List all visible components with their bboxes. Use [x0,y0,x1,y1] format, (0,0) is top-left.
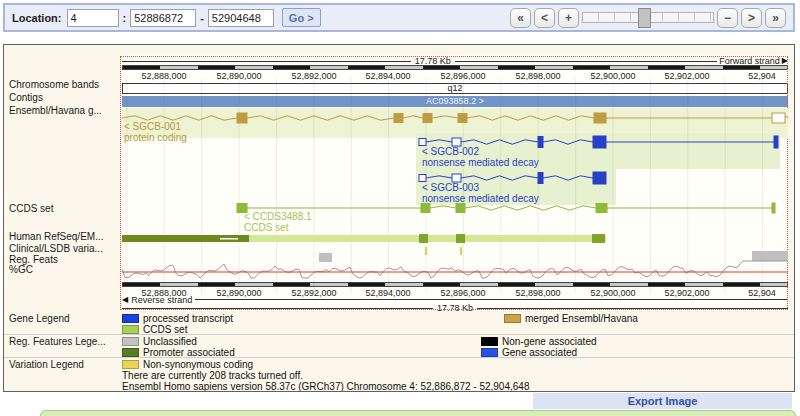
legend-label-non-synonymous-coding: Non-synonymous coding [143,359,253,370]
legend-label-processed-transcript: processed transcript [143,313,233,324]
scale-line [122,308,433,309]
colon-separator: : [123,12,127,24]
legend-swatch-non-gene-associated [481,337,498,346]
track-label-chromosome-bands: Chromosome bands [9,79,121,90]
top-ruler-tick-label: 52,902,000 [664,71,709,81]
chromosome-band-bar[interactable]: q12 [122,83,788,94]
gene-label-SGCB-001: < SGCB-001 [124,121,181,132]
scale-length-label-bottom: 17.78 Kb [433,303,477,313]
bottom-ruler-tick-label: 52,890,000 [216,288,261,298]
version-line: Ensembl Homo sapiens version 58.37c (GRC… [122,381,529,392]
legend-swatch-non-synonymous-coding [122,360,139,369]
legend-group-label: Variation Legend [9,359,121,370]
dash-separator: - [200,12,204,24]
gene-label-SGCB-003: < SGCB-003 [422,182,479,193]
legend-swatch-promoter-associated [122,348,139,357]
location-toolbar: Location: : - Go > « < + − > » [3,3,795,32]
track-label-contigs: Contigs [9,92,121,103]
track-label-ccds-set: CCDS set [9,203,121,214]
scroll-far-right-button[interactable]: » [765,8,786,28]
legend-label-non-gene-associated: Non-gene associated [502,336,597,347]
zoom-slider[interactable] [582,12,714,23]
top-ruler-tick-label: 52,896,000 [440,71,485,81]
legend-separator [4,357,794,358]
track-label-human-refseq-em-: Human RefSeq/EM... [9,231,121,242]
gene-label-SGCB-002: < SGCB-002 [422,146,479,157]
scale-line [477,308,788,309]
forward-strand-arrow-icon: ▶ [782,57,788,65]
scale-line [455,61,718,62]
track-label-ensembl-havana-g-: Ensembl/Havana g... [9,105,121,116]
contig-bar[interactable]: AC093858.2 > [122,96,788,107]
zoom-slider-handle[interactable] [638,8,651,28]
location-label: Location: [12,12,62,24]
top-ruler-tick-label: 52,898,000 [515,71,560,81]
legend-label-unclassified: Unclassified [143,336,197,347]
ensembl-region-view: Location: : - Go > « < + − > » 17.78 Kb … [0,0,800,416]
top-ruler-tick-label: 52,894,000 [365,71,410,81]
legend-group-label: Gene Legend [9,313,121,324]
track-label-clinical-lsdb-varia-: Clinical/LSDB varia... [9,243,121,254]
tracks-off-note: There are currently 208 tracks turned of… [122,370,303,381]
zoom-out-button[interactable]: − [717,8,738,28]
bottom-ruler-tick-label: 52,894,000 [365,288,410,298]
go-button[interactable]: Go > [282,8,321,27]
region-detail-panel: 17.78 Kb Forward strand ▶ q12 AC093858.2… [3,44,795,392]
gene-sublabel-SGCB-002: nonsense mediated decay [422,157,539,168]
scroll-right-button[interactable]: > [741,8,762,28]
gene-sublabel-CCDS3488.1: CCDS set [244,222,288,233]
scroll-far-left-button[interactable]: « [510,8,531,28]
navigation-controls: « < + − > » [510,8,786,28]
bottom-ruler-tick-label: 52,904 [748,288,776,298]
bottom-ruler-tick-label: 52,892,000 [291,288,336,298]
legend-swatch-unclassified [122,337,139,346]
zoom-in-button[interactable]: + [558,8,579,28]
bottom-scale-bar: 17.78 Kb [122,303,788,313]
bottom-ruler-tick-label: 52,896,000 [440,288,485,298]
legend-group-label: Reg. Features Lege... [9,336,121,347]
bottom-ruler-tick-label: 52,888,000 [141,288,186,298]
gene-sublabel-SGCB-003: nonsense mediated decay [422,193,539,204]
track-label--gc: %GC [9,264,121,275]
legend-swatch-gene-associated [481,348,498,357]
contig-label: AC093858.2 > [426,96,484,106]
end-position-input[interactable] [208,9,274,27]
bottom-ruler-tick-label: 52,898,000 [515,288,560,298]
scale-line [195,299,788,300]
top-ruler-tick-label: 52,890,000 [216,71,261,81]
top-ruler-tick-label: 52,900,000 [590,71,635,81]
legend-swatch-merged-ensembl-havana [504,314,521,323]
top-ruler-tick-label: 52,892,000 [291,71,336,81]
bottom-ruler-tick-label: 52,902,000 [664,288,709,298]
start-position-input[interactable] [130,9,196,27]
next-panel-edge [40,410,796,416]
legend-label-merged-ensembl-havana: merged Ensembl/Havana [525,313,638,324]
top-ruler-tick-label: 52,904 [748,71,776,81]
band-label: q12 [447,83,462,93]
legend-separator [4,334,794,335]
top-ruler [122,65,788,70]
gene-label-CCDS3488.1: < CCDS3488.1 [244,211,312,222]
top-ruler-tick-label: 52,888,000 [141,71,186,81]
bottom-ruler [122,282,788,287]
scroll-left-button[interactable]: < [534,8,555,28]
scale-line [122,61,411,62]
legend-swatch-ccds-set [122,325,139,334]
export-image-button[interactable]: Export Image [533,393,792,409]
gene-sublabel-SGCB-001: protein coding [124,132,187,143]
bottom-ruler-tick-label: 52,900,000 [590,288,635,298]
chromosome-input[interactable] [67,9,119,27]
legend-swatch-processed-transcript [122,314,139,323]
